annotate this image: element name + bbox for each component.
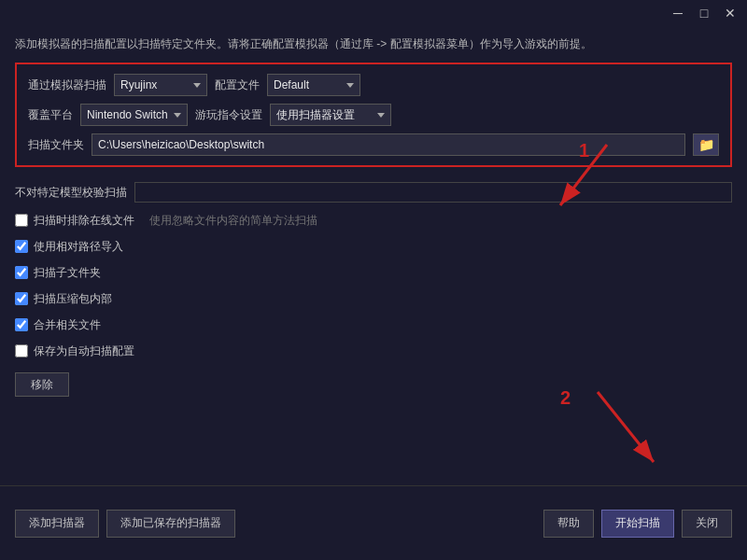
exclude-online-label[interactable]: 扫描时排除在线文件 xyxy=(34,213,134,229)
play-cmd-value: 使用扫描器设置 xyxy=(276,107,372,123)
add-scanner-button[interactable]: 添加扫描器 xyxy=(15,510,99,538)
emulator-row: 通过模拟器扫描 Ryujinx 配置文件 Default xyxy=(28,74,719,96)
emulator-label: 通过模拟器扫描 xyxy=(28,77,106,93)
model-scan-input[interactable] xyxy=(134,182,732,203)
add-saved-scanner-button[interactable]: 添加已保存的扫描器 xyxy=(106,510,235,538)
header-description: 添加模拟器的扫描配置以扫描特定文件夹。请将正确配置模拟器（通过库 -> 配置模拟… xyxy=(15,35,732,53)
config-file-value: Default xyxy=(274,78,341,91)
relative-path-checkbox[interactable] xyxy=(15,240,28,253)
save-auto-scan-checkbox[interactable] xyxy=(15,344,28,357)
platform-label: 覆盖平台 xyxy=(28,107,73,123)
checkbox-row-3: 扫描子文件夹 xyxy=(15,262,732,283)
config-file-select[interactable]: Default xyxy=(267,74,360,96)
model-scan-row: 不对特定模型校验扫描 xyxy=(15,182,732,203)
maximize-button[interactable]: □ xyxy=(691,3,717,23)
exclude-online-hint: 使用忽略文件内容的简单方法扫描 xyxy=(149,213,317,229)
scan-folder-input[interactable] xyxy=(92,133,685,156)
config-box: 通过模拟器扫描 Ryujinx 配置文件 Default 覆盖平台 Ninten… xyxy=(15,63,732,167)
title-bar: ─ □ ✕ xyxy=(0,0,747,26)
scan-folder-label: 扫描文件夹 xyxy=(28,137,84,153)
scan-folder-row: 扫描文件夹 📁 xyxy=(28,133,719,156)
emulator-dropdown-arrow xyxy=(193,83,201,88)
merge-related-label[interactable]: 合并相关文件 xyxy=(34,317,101,333)
main-content: 添加模拟器的扫描配置以扫描特定文件夹。请将正确配置模拟器（通过库 -> 配置模拟… xyxy=(0,26,747,417)
play-cmd-dropdown-arrow xyxy=(377,113,385,118)
bottom-right-buttons: 帮助 开始扫描 关闭 xyxy=(543,510,732,538)
checkbox-row-4: 扫描压缩包内部 xyxy=(15,288,732,309)
checkbox-row-6: 保存为自动扫描配置 xyxy=(15,341,732,361)
start-scan-button[interactable]: 开始扫描 xyxy=(601,510,674,538)
exclude-online-checkbox[interactable] xyxy=(15,214,28,227)
scan-subfolders-label[interactable]: 扫描子文件夹 xyxy=(34,265,101,281)
play-cmd-select[interactable]: 使用扫描器设置 xyxy=(270,104,391,126)
help-button[interactable]: 帮助 xyxy=(543,510,594,538)
platform-select[interactable]: Nintendo Switch xyxy=(80,104,188,126)
bottom-area: 添加扫描器 添加已保存的扫描器 帮助 开始扫描 关闭 xyxy=(0,485,747,560)
merge-related-checkbox[interactable] xyxy=(15,318,28,331)
platform-row: 覆盖平台 Nintendo Switch 游玩指令设置 使用扫描器设置 xyxy=(28,104,719,126)
config-file-label: 配置文件 xyxy=(215,77,260,93)
close-window-button[interactable]: ✕ xyxy=(717,3,743,23)
checkbox-row-1: 扫描时排除在线文件 使用忽略文件内容的简单方法扫描 xyxy=(15,210,732,231)
relative-path-label[interactable]: 使用相对路径导入 xyxy=(34,239,123,255)
platform-dropdown-arrow xyxy=(174,113,181,118)
save-auto-scan-label[interactable]: 保存为自动扫描配置 xyxy=(34,343,134,359)
platform-value: Nintendo Switch xyxy=(87,108,168,121)
remove-button[interactable]: 移除 xyxy=(15,372,69,397)
emulator-select[interactable]: Ryujinx xyxy=(114,74,207,96)
options-section: 不对特定模型校验扫描 扫描时排除在线文件 使用忽略文件内容的简单方法扫描 使用相… xyxy=(15,176,732,402)
close-button[interactable]: 关闭 xyxy=(682,510,732,538)
scan-subfolders-checkbox[interactable] xyxy=(15,266,28,279)
folder-icon: 📁 xyxy=(698,137,714,152)
model-scan-label: 不对特定模型校验扫描 xyxy=(15,185,127,201)
checkbox-row-5: 合并相关文件 xyxy=(15,315,732,335)
scan-archives-checkbox[interactable] xyxy=(15,292,28,305)
scan-archives-label[interactable]: 扫描压缩包内部 xyxy=(34,291,112,307)
play-cmd-label: 游玩指令设置 xyxy=(195,107,262,123)
checkbox-row-2: 使用相对路径导入 xyxy=(15,236,732,257)
emulator-value: Ryujinx xyxy=(120,78,188,91)
bottom-left-buttons: 添加扫描器 添加已保存的扫描器 xyxy=(15,510,543,538)
config-file-dropdown-arrow xyxy=(346,83,354,88)
minimize-button[interactable]: ─ xyxy=(665,3,691,23)
browse-folder-button[interactable]: 📁 xyxy=(693,133,719,156)
